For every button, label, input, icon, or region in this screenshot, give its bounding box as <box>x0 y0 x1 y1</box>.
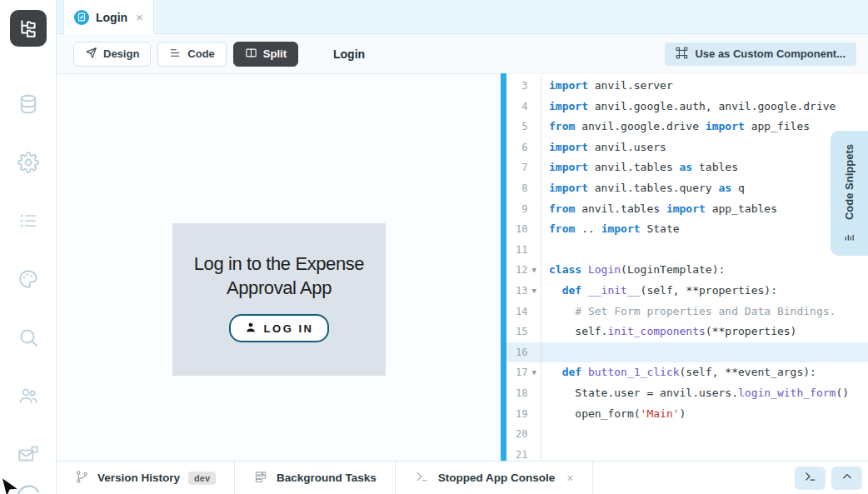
code-line[interactable]: 21 <box>506 445 868 461</box>
bottom-tab-label: Version History <box>97 472 180 484</box>
code-line[interactable]: 11 <box>506 240 868 261</box>
partial-circle-icon <box>15 480 42 494</box>
line-number: 11 <box>506 240 527 261</box>
code-view-button[interactable]: Code <box>157 42 227 67</box>
code-text: open_form('Main') <box>541 404 686 425</box>
tasks-icon <box>253 470 268 487</box>
design-view-button[interactable]: Design <box>73 42 151 67</box>
code-text: import anvil.users <box>541 137 666 158</box>
code-line[interactable]: 14 # Set Form properties and Data Bindin… <box>506 302 868 322</box>
code-line[interactable]: 5from anvil.google.drive import app_file… <box>506 117 868 137</box>
gutter: 16 <box>506 342 541 363</box>
code-line[interactable]: 17▼ def button_1_click(self, **event_arg… <box>506 362 868 383</box>
anvil-editor-window: Login × DesignCodeSplit Login Use as Cus… <box>0 0 868 494</box>
use-as-custom-component-button[interactable]: Use as Custom Component... <box>665 42 856 66</box>
split-divider-handle[interactable] <box>501 73 506 461</box>
fold-gutter <box>527 117 541 137</box>
code-text: # Set Form properties and Data Bindings. <box>541 302 836 322</box>
form-title: Login <box>333 47 365 61</box>
fold-gutter <box>527 424 541 445</box>
gutter: 9 <box>506 199 541 220</box>
code-text: def __init__(self, **properties): <box>541 281 777 302</box>
console-icon <box>414 470 430 486</box>
fold-gutter <box>527 157 541 178</box>
tab-login[interactable]: Login × <box>63 0 154 34</box>
background-tasks-tab[interactable]: Background Tasks <box>235 462 396 494</box>
branch-icon <box>75 470 89 487</box>
line-number: 4 <box>506 97 527 117</box>
form-toolbar: DesignCodeSplit Login Use as Custom Comp… <box>57 34 868 73</box>
mail-icon[interactable] <box>0 425 56 483</box>
close-icon[interactable]: × <box>566 472 573 485</box>
open-console-button[interactable] <box>795 467 826 490</box>
code-line[interactable]: 8import anvil.tables.query as q <box>506 178 868 199</box>
code-text <box>541 240 549 261</box>
component-icon <box>676 47 688 62</box>
gutter: 8 <box>506 178 541 199</box>
code-line[interactable]: 18 State.user = anvil.users.login_with_f… <box>506 383 868 404</box>
fold-gutter <box>527 76 541 97</box>
design-canvas[interactable]: Log in to the Expense Approval App LOG I… <box>57 73 501 461</box>
code-icon <box>169 47 182 62</box>
fold-gutter <box>527 445 541 461</box>
view-mode-switch: DesignCodeSplit <box>73 42 298 67</box>
line-number: 12 <box>506 260 527 281</box>
gear-icon[interactable] <box>0 133 56 192</box>
palette-icon[interactable] <box>0 250 56 308</box>
code-line[interactable]: 3import anvil.server <box>506 76 868 97</box>
fold-gutter <box>527 97 541 117</box>
line-number: 21 <box>506 445 527 461</box>
code-text: import anvil.tables as tables <box>541 157 738 178</box>
gutter: 13▼ <box>506 281 541 302</box>
code-line[interactable]: 13▼ def __init__(self, **properties): <box>506 281 868 302</box>
terminal-icon <box>803 471 817 485</box>
line-number: 7 <box>506 157 527 178</box>
code-text: import anvil.server <box>541 76 673 97</box>
database-icon[interactable] <box>0 75 56 133</box>
gutter: 17▼ <box>506 362 541 383</box>
code-text: import anvil.google.auth, anvil.google.d… <box>541 97 836 117</box>
line-number: 10 <box>506 219 527 240</box>
line-number: 6 <box>506 137 527 158</box>
fold-gutter <box>527 342 541 363</box>
code-line[interactable]: 9from anvil.tables import app_tables <box>506 199 868 220</box>
code-editor[interactable]: 3import anvil.server4import anvil.google… <box>506 73 868 461</box>
fold-arrow-icon[interactable]: ▼ <box>527 281 541 302</box>
code-line[interactable]: 7import anvil.tables as tables <box>506 157 868 178</box>
gutter: 6 <box>506 137 541 158</box>
code-snippets-collapsed-tab[interactable]: Code Snippets <box>831 131 868 256</box>
code-line[interactable]: 19 open_form('Main') <box>506 404 868 425</box>
app-structure-logo-icon[interactable] <box>10 10 47 47</box>
code-line[interactable]: 20 <box>506 424 868 445</box>
list-icon[interactable] <box>0 192 56 250</box>
fold-arrow-icon[interactable]: ▼ <box>527 260 541 281</box>
expand-panel-button[interactable] <box>831 467 862 490</box>
view-button-label: Split <box>263 47 287 60</box>
users-icon[interactable] <box>0 367 56 425</box>
bottom-panel-bar: Version HistorydevBackground TasksStoppe… <box>57 461 868 494</box>
bar-chart-icon <box>843 231 856 246</box>
split-view-button[interactable]: Split <box>233 42 298 67</box>
code-line[interactable]: 12▼class Login(LoginTemplate): <box>506 260 868 281</box>
gutter: 11 <box>506 240 541 261</box>
code-line-active[interactable]: 16 <box>506 342 868 363</box>
code-line[interactable]: 10from .. import State <box>506 219 868 240</box>
code-line[interactable]: 6import anvil.users <box>506 137 868 158</box>
fold-arrow-icon[interactable]: ▼ <box>527 362 541 383</box>
version-history-tab[interactable]: Version Historydev <box>57 462 235 494</box>
tab-close-icon[interactable]: × <box>136 10 143 24</box>
code-line[interactable]: 15 self.init_components(**properties) <box>506 322 868 342</box>
code-text: from anvil.google.drive import app_files <box>541 117 810 137</box>
gutter: 12▼ <box>506 260 541 281</box>
fold-gutter <box>527 199 541 220</box>
line-number: 14 <box>506 302 527 322</box>
stopped-app-console-tab[interactable]: Stopped App Console× <box>396 462 593 494</box>
line-number: 16 <box>506 342 527 363</box>
code-text: import anvil.tables.query as q <box>541 178 745 199</box>
line-number: 15 <box>506 322 527 342</box>
log-in-button[interactable]: LOG IN <box>229 314 330 342</box>
line-number: 13 <box>506 281 527 302</box>
code-line[interactable]: 4import anvil.google.auth, anvil.google.… <box>506 97 868 117</box>
login-card[interactable]: Log in to the Expense Approval App LOG I… <box>172 223 386 376</box>
search-icon[interactable] <box>0 308 56 367</box>
